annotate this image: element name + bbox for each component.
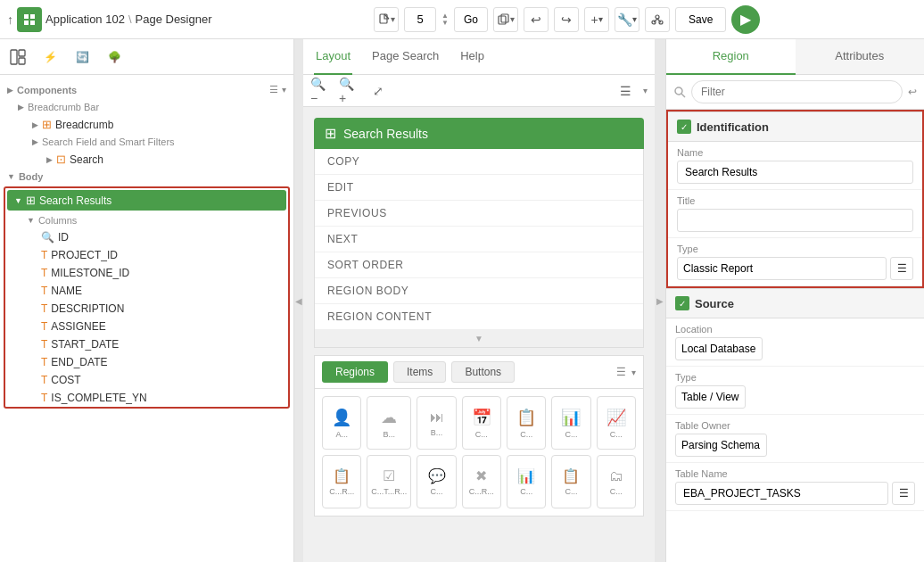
menu-sort-order[interactable]: SORT ORDER — [315, 252, 643, 278]
share-button[interactable] — [645, 7, 670, 32]
tree-item-col-is-complete[interactable]: T IS_COMPLETE_YN — [5, 389, 288, 407]
menu-previous[interactable]: PREVIOUS — [315, 201, 643, 227]
tree-item-body[interactable]: ▼ Body — [0, 169, 293, 185]
breadcrumb-chevron[interactable]: ▶ — [32, 120, 38, 129]
components-chevron[interactable]: ▶ — [7, 86, 13, 95]
tab-help[interactable]: Help — [458, 39, 486, 75]
col-description-icon: T — [41, 302, 47, 315]
redo-button[interactable]: ↪ — [554, 7, 579, 32]
grid-item-4[interactable]: 📅 C... — [462, 396, 501, 450]
body-chevron[interactable]: ▼ — [7, 172, 15, 181]
menu-icon[interactable]: ☰ — [615, 80, 636, 102]
search-item-chevron[interactable]: ▶ — [46, 155, 53, 164]
copy-page-button[interactable]: ▾ — [493, 7, 518, 32]
menu-chevron-icon[interactable]: ▾ — [643, 86, 648, 95]
tab-regions[interactable]: Regions — [322, 361, 388, 383]
grid-item-13[interactable]: 📋 C... — [551, 455, 590, 508]
prop-table-name-input[interactable] — [675, 482, 888, 505]
breadcrumb-bar-chevron[interactable]: ▶ — [18, 103, 24, 112]
tree-item-col-milestone-id[interactable]: T MILESTONE_ID — [5, 264, 288, 282]
search-field-chevron[interactable]: ▶ — [32, 137, 38, 146]
panel-tab-sync-icon[interactable]: 🔄 — [71, 46, 93, 68]
source-header[interactable]: ✓ Source — [666, 288, 924, 318]
prop-table-name-btn[interactable]: ☰ — [892, 482, 915, 505]
tree-item-breadcrumb-bar[interactable]: ▶ Breadcrumb Bar — [0, 99, 293, 115]
tab-page-search[interactable]: Page Search — [370, 39, 441, 75]
tab-items[interactable]: Items — [393, 361, 446, 383]
scroll-down-indicator[interactable]: ▼ — [315, 330, 643, 347]
panel-tab-lightning-icon[interactable]: ⚡ — [39, 46, 61, 68]
left-collapse-handle[interactable]: ◀ — [294, 39, 303, 562]
grid-item-9[interactable]: ☑ C...T...R... — [367, 455, 411, 508]
tree-item-search[interactable]: ▶ ⊡ Search — [0, 150, 293, 169]
filter-input[interactable] — [691, 80, 903, 103]
tools-button[interactable]: 🔧▾ — [615, 7, 639, 32]
grid-item-12[interactable]: 📊 C... — [507, 455, 546, 508]
panel-tab-tree-icon[interactable]: 🌳 — [103, 46, 125, 68]
tab-region[interactable]: Region — [666, 39, 796, 75]
search-results-chevron[interactable]: ▼ — [14, 196, 22, 205]
tree-item-col-id[interactable]: 🔍 ID — [5, 228, 288, 246]
grid-item-11[interactable]: ✖ C...R... — [462, 455, 501, 508]
bottom-menu-icon[interactable]: ☰ — [616, 366, 626, 378]
filter-curve-icon[interactable]: ↩ — [908, 86, 917, 98]
save-button[interactable]: Save — [675, 7, 726, 32]
filter-chevron-icon[interactable]: ▾ — [282, 85, 286, 95]
tree-item-search-field[interactable]: ▶ Search Field and Smart Filters — [0, 134, 293, 150]
tab-layout[interactable]: Layout — [314, 39, 352, 75]
undo-button[interactable]: ↩ — [524, 7, 549, 32]
tree-item-columns[interactable]: ▼ Columns — [5, 212, 288, 228]
menu-copy[interactable]: COPY — [315, 149, 643, 175]
prop-type-btn[interactable]: ☰ — [890, 257, 913, 280]
left-panel-tabs: ⚡ 🔄 🌳 — [0, 39, 293, 75]
grid-item-3[interactable]: ⏭ B... — [417, 396, 456, 450]
tree-item-col-description[interactable]: T DESCRIPTION — [5, 300, 288, 318]
zoom-out-icon[interactable]: 🔍− — [310, 80, 332, 102]
up-arrow-icon[interactable]: ↑ — [7, 12, 13, 27]
prop-name-input[interactable] — [677, 161, 913, 184]
tree-item-col-end-date[interactable]: T END_DATE — [5, 353, 288, 371]
grid-item-5[interactable]: 📋 C... — [507, 396, 546, 450]
grid-item-2[interactable]: ☁ B... — [367, 396, 411, 450]
filter-list-icon[interactable]: ☰ — [269, 84, 278, 95]
run-button[interactable]: ▶ — [731, 5, 760, 34]
prop-location-select[interactable]: Local Database — [675, 337, 763, 360]
tree-item-col-name[interactable]: T NAME — [5, 282, 288, 300]
grid-item-8[interactable]: 📋 C...R... — [322, 455, 361, 508]
add-button[interactable]: +▾ — [584, 7, 609, 32]
bottom-menu-chevron[interactable]: ▾ — [631, 368, 636, 377]
page-number-input[interactable] — [404, 7, 436, 32]
search-icon: ⊡ — [56, 153, 66, 166]
grid-item-10[interactable]: 💬 C... — [417, 455, 456, 508]
tab-attributes[interactable]: Attributes — [796, 39, 925, 75]
panel-tab-layout-icon[interactable] — [7, 46, 29, 68]
go-button[interactable]: Go — [454, 7, 488, 32]
grid-item-7[interactable]: 📈 C... — [597, 396, 636, 450]
tree-item-col-assignee[interactable]: T ASSIGNEE — [5, 318, 288, 335]
identification-header[interactable]: ✓ Identification — [668, 112, 922, 142]
grid-item-6[interactable]: 📊 C... — [551, 396, 590, 450]
tree-item-col-start-date[interactable]: T START_DATE — [5, 335, 288, 353]
tree-item-col-project-id[interactable]: T PROJECT_ID — [5, 246, 288, 264]
prop-type-select[interactable]: Classic Report — [677, 257, 887, 280]
prop-table-owner-select[interactable]: Parsing Schema — [675, 434, 767, 457]
tab-buttons[interactable]: Buttons — [451, 361, 515, 383]
menu-region-content[interactable]: REGION CONTENT — [315, 304, 643, 330]
components-section: ▶ Components ☰ ▾ ▶ Breadcrumb Bar ▶ ⊞ Br… — [0, 75, 293, 562]
columns-chevron[interactable]: ▼ — [27, 216, 35, 225]
grid-item-1[interactable]: 👤 A... — [322, 396, 361, 450]
new-page-button[interactable]: ▾ — [374, 7, 399, 32]
menu-next[interactable]: NEXT — [315, 227, 643, 252]
right-collapse-handle[interactable]: ▶ — [655, 39, 665, 562]
prop-title-input[interactable] — [677, 209, 913, 232]
tree-item-breadcrumb[interactable]: ▶ ⊞ Breadcrumb — [0, 115, 293, 134]
prop-source-type-select[interactable]: Table / View — [675, 385, 746, 409]
grid-icon-3: ⏭ — [430, 409, 444, 426]
menu-edit[interactable]: EDIT — [315, 175, 643, 201]
grid-item-14[interactable]: 🗂 C... — [597, 455, 636, 508]
expand-icon[interactable]: ⤢ — [367, 80, 389, 102]
tree-item-search-results[interactable]: ▼ ⊞ Search Results — [7, 190, 286, 211]
zoom-in-icon[interactable]: 🔍+ — [339, 80, 360, 102]
menu-region-body[interactable]: REGION BODY — [315, 278, 643, 304]
tree-item-col-cost[interactable]: T COST — [5, 371, 288, 389]
